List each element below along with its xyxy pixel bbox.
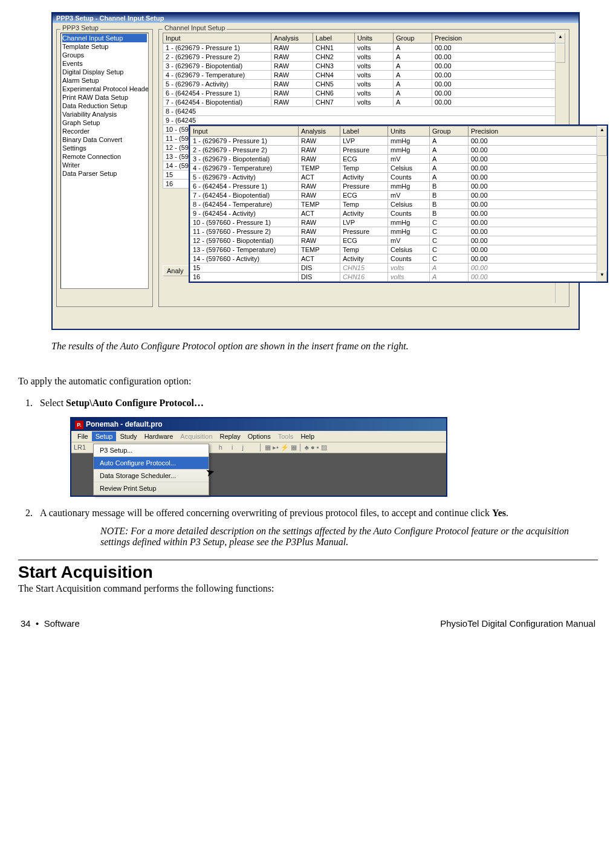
table-cell[interactable]: 12 - (597660 - Biopotential) [190, 236, 299, 245]
table-cell[interactable]: Counts [388, 173, 430, 182]
col-header[interactable]: Units [355, 33, 394, 44]
table-cell[interactable]: C [430, 236, 468, 245]
table-cell[interactable]: DIS [299, 264, 340, 273]
table-row[interactable]: 8 - (642454 - Temperature)TEMPTempCelsiu… [190, 200, 597, 209]
table-cell[interactable]: 8 - (642454 - Temperature) [190, 200, 299, 209]
table-cell[interactable]: 00.00 [432, 80, 556, 89]
table-cell[interactable]: mmHg [388, 137, 430, 146]
scroll-up-icon[interactable]: ▲ [597, 126, 607, 137]
table-row[interactable]: 2 - (629679 - Pressure 2)RAWPressuremmHg… [190, 146, 597, 155]
menubar[interactable]: FileSetupStudyHardwareAcquisitionReplayO… [71, 431, 446, 442]
table-cell[interactable]: 00.00 [468, 245, 597, 254]
scroll-up-icon[interactable]: ▲ [556, 33, 565, 44]
table-cell[interactable]: 9 - (64245 [163, 116, 556, 125]
table-cell[interactable]: mmHg [388, 227, 430, 236]
table-row[interactable]: 6 - (642454 - Pressure 1)RAWCHN6voltsA00… [163, 89, 556, 98]
table-cell[interactable]: RAW [271, 71, 313, 80]
list-item[interactable]: Recorder [62, 127, 147, 135]
table-cell[interactable]: TEMP [299, 245, 340, 254]
table-cell[interactable]: Celsius [388, 245, 430, 254]
table-row[interactable]: 9 - (64245 [163, 116, 556, 125]
table-cell[interactable]: 5 - (629679 - Activity) [163, 80, 271, 89]
dropdown-item[interactable]: Auto Configure Protocol... [94, 457, 209, 470]
table-row[interactable]: 1 - (629679 - Pressure 1)RAWCHN1voltsA00… [163, 44, 556, 53]
table-cell[interactable]: 15 [190, 264, 299, 273]
table-cell[interactable]: mmHg [388, 218, 430, 227]
table-cell[interactable]: RAW [299, 137, 340, 146]
table-cell[interactable]: ECG [340, 236, 388, 245]
col-header[interactable]: Input [163, 33, 271, 44]
list-item[interactable]: Alarm Setup [62, 76, 147, 85]
table-cell[interactable]: CHN15 [340, 264, 388, 273]
table-cell[interactable]: Temp [340, 245, 388, 254]
table-cell[interactable]: TEMP [299, 164, 340, 173]
table-cell[interactable]: 1 - (629679 - Pressure 1) [163, 44, 271, 53]
menubar-item[interactable]: Acquisition [177, 432, 216, 441]
menubar-item[interactable]: Replay [216, 432, 244, 441]
table-cell[interactable]: 1 - (629679 - Pressure 1) [190, 137, 299, 146]
menubar-item[interactable]: Help [297, 432, 318, 441]
table-cell[interactable]: A [394, 98, 432, 107]
table-cell[interactable]: volts [355, 71, 394, 80]
table-row[interactable]: 15DISCHN15voltsA00.00 [190, 264, 597, 273]
table-cell[interactable]: A [430, 146, 468, 155]
table-cell[interactable]: DIS [299, 273, 340, 282]
table-cell[interactable]: 00.00 [468, 164, 597, 173]
table-row[interactable]: 7 - (642454 - Biopotential)RAWECGmVB00.0… [190, 191, 597, 200]
table-cell[interactable]: B [430, 209, 468, 218]
table-cell[interactable]: mmHg [388, 182, 430, 191]
list-item[interactable]: Groups [62, 51, 147, 59]
table-cell[interactable]: Pressure [340, 182, 388, 191]
table-row[interactable]: 9 - (642454 - Activity)ACTActivityCounts… [190, 209, 597, 218]
scroll-down-icon[interactable]: ▼ [597, 271, 607, 282]
table-cell[interactable]: volts [355, 62, 394, 71]
menubar-item[interactable]: Study [116, 432, 140, 441]
table-cell[interactable]: RAW [299, 191, 340, 200]
table-row[interactable]: 4 - (629679 - Temperature)TEMPTempCelsiu… [190, 164, 597, 173]
table-cell[interactable]: Activity [340, 254, 388, 264]
table-cell[interactable]: 3 - (629679 - Biopotential) [163, 62, 271, 71]
table-cell[interactable]: Pressure [340, 227, 388, 236]
table-cell[interactable]: RAW [271, 98, 313, 107]
table-cell[interactable]: 00.00 [468, 227, 597, 236]
table-cell[interactable]: ECG [340, 191, 388, 200]
table-cell[interactable]: Activity [340, 173, 388, 182]
table-cell[interactable]: 14 - (597660 - Activity) [190, 254, 299, 264]
table-cell[interactable]: TEMP [299, 200, 340, 209]
table-cell[interactable]: volts [355, 80, 394, 89]
table-cell[interactable]: 16 [190, 273, 299, 282]
table-row[interactable]: 5 - (629679 - Activity)ACTActivityCounts… [190, 173, 597, 182]
table-cell[interactable]: LVP [340, 218, 388, 227]
table-cell[interactable]: RAW [299, 146, 340, 155]
list-item[interactable]: Settings [62, 144, 147, 152]
list-item[interactable]: Variability Analysis [62, 110, 147, 118]
table-cell[interactable]: 7 - (642454 - Biopotential) [163, 98, 271, 107]
dropdown-item[interactable]: Data Storage Scheduler... [94, 470, 209, 482]
list-item[interactable]: Digital Display Setup [62, 68, 147, 76]
table-cell[interactable]: volts [388, 264, 430, 273]
table-cell[interactable]: 00.00 [468, 236, 597, 245]
table-cell[interactable]: 00.00 [468, 218, 597, 227]
table-cell[interactable]: 00.00 [468, 200, 597, 209]
table-cell[interactable]: 10 - (597660 - Pressure 1) [190, 218, 299, 227]
table-cell[interactable]: 00.00 [468, 191, 597, 200]
menubar-item[interactable]: Tools [274, 432, 297, 441]
table-cell[interactable]: RAW [299, 155, 340, 164]
table-cell[interactable]: 3 - (629679 - Biopotential) [190, 155, 299, 164]
table-cell[interactable]: 00.00 [468, 182, 597, 191]
table-cell[interactable]: Counts [388, 209, 430, 218]
table-row[interactable]: 3 - (629679 - Biopotential)RAWECGmVA00.0… [190, 155, 597, 164]
table-row[interactable]: 12 - (597660 - Biopotential)RAWECGmVC00.… [190, 236, 597, 245]
table-cell[interactable]: RAW [299, 227, 340, 236]
col-header[interactable]: Label [340, 126, 388, 137]
list-item[interactable]: Template Setup [62, 42, 147, 51]
table-cell[interactable]: A [430, 137, 468, 146]
table-cell[interactable]: 9 - (642454 - Activity) [190, 209, 299, 218]
list-item[interactable]: Remote Connection [62, 152, 147, 161]
table-row[interactable]: 3 - (629679 - Biopotential)RAWCHN3voltsA… [163, 62, 556, 71]
list-item[interactable]: Channel Input Setup [62, 34, 147, 42]
table-cell[interactable]: CHN16 [340, 273, 388, 282]
scroll-thumb[interactable] [597, 137, 607, 156]
menubar-item[interactable]: Hardware [141, 432, 177, 441]
table-row[interactable]: 4 - (629679 - Temperature)RAWCHN4voltsA0… [163, 71, 556, 80]
